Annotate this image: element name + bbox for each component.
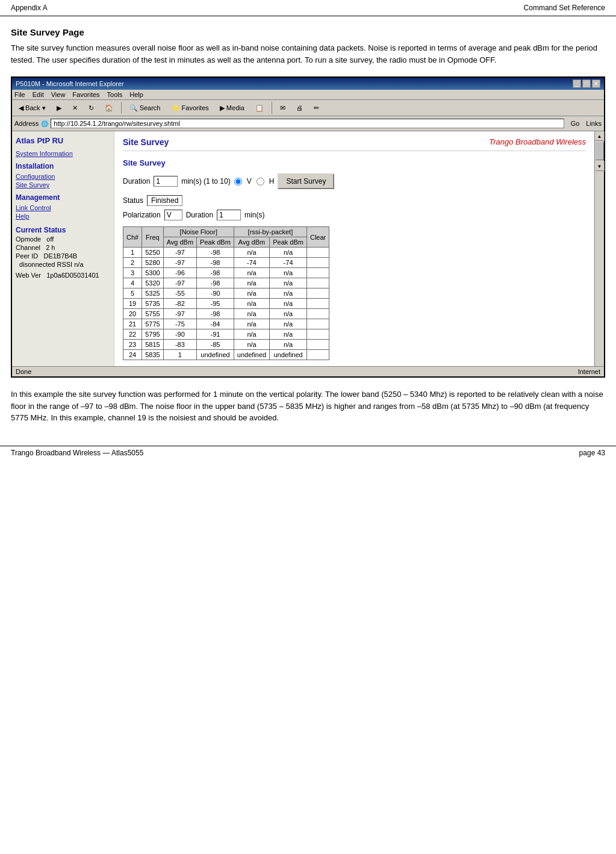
- table-cell-2-3: -98: [197, 268, 234, 278]
- col-avg-dbm-nf: Avg dBm: [163, 237, 196, 248]
- menu-help[interactable]: Help: [129, 91, 143, 98]
- table-cell-0-2: -97: [163, 248, 196, 258]
- toolbar-sep-2: [272, 102, 272, 114]
- table-cell-7-2: -75: [163, 319, 196, 329]
- polarization-row: Polarization Duration min(s): [123, 210, 586, 220]
- menu-file[interactable]: File: [14, 91, 25, 98]
- table-cell-2-4: n/a: [234, 268, 269, 278]
- home-button[interactable]: 🏠: [101, 102, 117, 114]
- scrollbar-vertical[interactable]: ▲ ▼: [594, 131, 604, 366]
- table-cell-5-5: n/a: [270, 299, 307, 309]
- body-text-2: In this example the site survey function…: [11, 388, 605, 424]
- browser-window: P5010M - Microsoft Internet Explorer _ □…: [11, 76, 605, 378]
- table-cell-10-0: 24: [123, 350, 142, 360]
- menu-favorites[interactable]: Favorites: [72, 91, 99, 98]
- search-button[interactable]: 🔍 Search: [125, 102, 165, 114]
- mail-button[interactable]: ✉: [276, 102, 290, 114]
- sidebar-current-status: Current Status Opmode off Channel 2 h Pe…: [16, 226, 110, 279]
- table-row: 55325-55-90n/an/a: [123, 288, 329, 299]
- stop-button[interactable]: ✕: [68, 102, 82, 114]
- address-label: Address: [14, 120, 39, 127]
- address-input[interactable]: [51, 119, 564, 128]
- sidebar-status-title: Current Status: [16, 226, 110, 234]
- media-button[interactable]: ▶ Media: [216, 102, 249, 114]
- browser-titlebar-buttons: _ □ ✕: [573, 79, 600, 88]
- go-button[interactable]: Go: [567, 118, 584, 129]
- start-survey-button[interactable]: Start Survey: [278, 173, 334, 189]
- table-cell-4-2: -55: [163, 288, 196, 299]
- col-ch-header: Ch#: [123, 227, 142, 248]
- statusbar-done: Done: [16, 368, 31, 375]
- polarization-input[interactable]: [164, 210, 182, 220]
- table-cell-1-4: -74: [234, 258, 269, 268]
- sidebar-item-site-survey[interactable]: Site Survey: [16, 181, 110, 189]
- table-cell-0-6: [306, 248, 329, 258]
- table-cell-1-0: 2: [123, 258, 142, 268]
- radio-group: V H: [234, 177, 275, 185]
- duration2-input[interactable]: [217, 210, 241, 220]
- favorites-button[interactable]: ⭐ Favorites: [167, 102, 213, 114]
- table-row: 225795-90-91n/an/a: [123, 329, 329, 340]
- radio-v-label: V: [247, 177, 252, 185]
- browser-statusbar: Done Internet: [12, 366, 604, 376]
- radio-v[interactable]: [234, 178, 242, 185]
- duration-row: Duration min(s) (1 to 10) V H Start Surv…: [123, 173, 586, 189]
- sidebar-item-link-control[interactable]: Link Control: [16, 204, 110, 211]
- sidebar-rssi: disonnected RSSI n/a: [16, 261, 110, 268]
- sidebar-web-ver: Web Ver 1p0a6D05031401: [16, 272, 110, 279]
- table-cell-6-6: [306, 309, 329, 319]
- browser-toolbar: ◀ Back ▾ ▶ ✕ ↻ 🏠 🔍 Search ⭐ Favorites ▶ …: [12, 100, 604, 116]
- scroll-thumb[interactable]: [596, 142, 604, 160]
- sidebar-item-system-information[interactable]: System Information: [16, 150, 110, 157]
- table-cell-0-3: -98: [197, 248, 234, 258]
- duration2-unit: min(s): [244, 211, 264, 219]
- section-title: Site Survey Page: [11, 27, 605, 37]
- table-cell-8-5: n/a: [270, 329, 307, 340]
- table-cell-4-5: n/a: [270, 288, 307, 299]
- table-cell-0-1: 5250: [142, 248, 163, 258]
- menu-view[interactable]: View: [51, 91, 66, 98]
- edit-button[interactable]: ✏: [310, 102, 323, 114]
- sidebar-item-help[interactable]: Help: [16, 213, 110, 220]
- scroll-down-button[interactable]: ▼: [595, 161, 605, 171]
- minimize-button[interactable]: _: [573, 79, 581, 88]
- radio-h-label: H: [269, 177, 275, 185]
- table-cell-7-4: n/a: [234, 319, 269, 329]
- address-icon: 🌐: [41, 120, 48, 127]
- table-cell-0-4: n/a: [234, 248, 269, 258]
- table-cell-2-6: [306, 268, 329, 278]
- sidebar: Atlas PtP RU System Information Installa…: [12, 131, 114, 366]
- table-cell-6-4: n/a: [234, 309, 269, 319]
- table-cell-10-3: undefined: [197, 350, 234, 360]
- scroll-up-button[interactable]: ▲: [595, 131, 605, 141]
- table-cell-1-5: -74: [270, 258, 307, 268]
- sidebar-item-configuration[interactable]: Configuration: [16, 173, 110, 180]
- chapter-label: Command Set Reference: [524, 4, 605, 12]
- table-cell-0-0: 1: [123, 248, 142, 258]
- table-cell-7-1: 5775: [142, 319, 163, 329]
- browser-body: Atlas PtP RU System Information Installa…: [12, 131, 604, 366]
- table-cell-9-2: -83: [163, 340, 196, 350]
- table-cell-9-6: [306, 340, 329, 350]
- duration-input[interactable]: [154, 176, 178, 187]
- toolbar-sep-1: [121, 102, 122, 114]
- sidebar-section-management: Management: [16, 193, 110, 202]
- browser-titlebar: P5010M - Microsoft Internet Explorer _ □…: [12, 78, 604, 90]
- menu-edit[interactable]: Edit: [33, 91, 44, 98]
- forward-button[interactable]: ▶: [52, 102, 66, 114]
- close-button[interactable]: ✕: [592, 79, 600, 88]
- maximize-button[interactable]: □: [582, 79, 591, 88]
- table-cell-4-3: -90: [197, 288, 234, 299]
- print-button[interactable]: 🖨: [292, 102, 307, 113]
- table-cell-8-1: 5795: [142, 329, 163, 340]
- table-row: 235815-83-85n/an/a: [123, 340, 329, 350]
- refresh-button[interactable]: ↻: [84, 102, 98, 114]
- radio-h[interactable]: [257, 178, 264, 185]
- back-button[interactable]: ◀ Back ▾: [14, 102, 50, 114]
- table-cell-2-2: -96: [163, 268, 196, 278]
- table-cell-5-1: 5735: [142, 299, 163, 309]
- table-cell-8-6: [306, 329, 329, 340]
- menu-tools[interactable]: Tools: [107, 91, 123, 98]
- survey-table: Ch# Freq [Noise Floor] [rssi-by-packet] …: [123, 226, 329, 360]
- history-button[interactable]: 📋: [251, 102, 268, 114]
